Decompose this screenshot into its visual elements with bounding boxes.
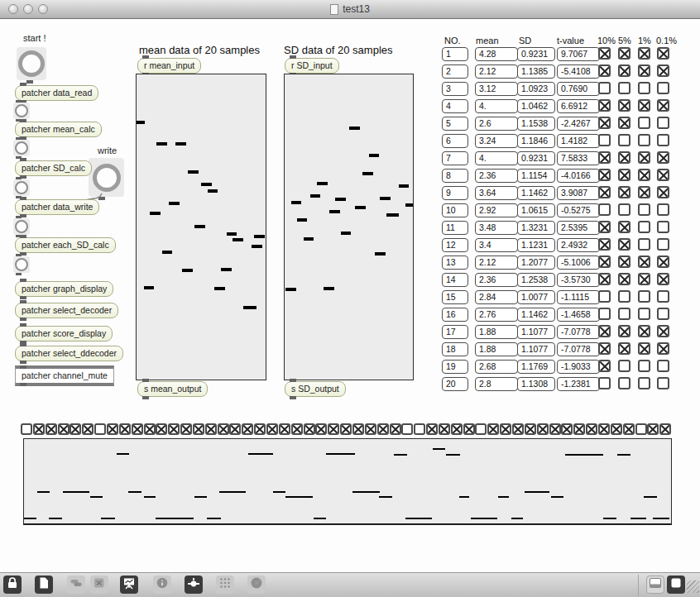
row-sd-box[interactable]: 1.1077 xyxy=(517,325,555,339)
bang-button-2[interactable] xyxy=(13,140,30,156)
significance-checkbox[interactable] xyxy=(598,342,611,355)
significance-checkbox[interactable] xyxy=(598,308,611,320)
window-split-button[interactable] xyxy=(646,576,664,594)
significance-checkbox[interactable] xyxy=(618,117,630,129)
row-sd-box[interactable]: 1.2077 xyxy=(517,256,555,270)
channel-checkbox[interactable] xyxy=(156,423,167,435)
row-sd-box[interactable]: 1.2538 xyxy=(517,273,555,287)
significance-checkbox[interactable] xyxy=(657,99,669,112)
row-no-box[interactable]: 20 xyxy=(442,377,468,391)
significance-checkbox[interactable] xyxy=(618,64,630,77)
significance-checkbox[interactable] xyxy=(598,134,611,146)
significance-checkbox[interactable] xyxy=(638,186,650,198)
row-mean-box[interactable]: 3.48 xyxy=(475,221,518,235)
significance-checkbox[interactable] xyxy=(598,360,611,372)
patcher-box-mean_calc[interactable]: patcher mean_calc xyxy=(15,122,102,137)
row-sd-box[interactable]: 0.9231 xyxy=(517,47,555,61)
channel-checkbox[interactable] xyxy=(512,423,524,435)
row-tvalue-box[interactable]: -4.0166 xyxy=(557,169,600,183)
channel-checkbox[interactable] xyxy=(266,423,278,435)
probe-button[interactable] xyxy=(185,576,203,594)
significance-checkbox[interactable] xyxy=(618,290,630,303)
significance-checkbox[interactable] xyxy=(657,360,669,372)
significance-checkbox[interactable] xyxy=(657,169,669,181)
significance-checkbox[interactable] xyxy=(638,151,650,164)
significance-checkbox[interactable] xyxy=(598,169,611,181)
significance-checkbox[interactable] xyxy=(657,273,669,285)
row-sd-box[interactable]: 1.0923 xyxy=(517,82,555,96)
row-tvalue-box[interactable]: -1.1115 xyxy=(557,290,600,304)
significance-checkbox[interactable] xyxy=(638,221,650,233)
channel-checkbox[interactable] xyxy=(242,423,253,435)
significance-checkbox[interactable] xyxy=(618,360,630,372)
significance-checkbox[interactable] xyxy=(657,342,669,355)
channel-checkbox[interactable] xyxy=(647,423,659,435)
row-tvalue-box[interactable]: 3.9087 xyxy=(557,186,600,200)
channel-checkbox[interactable] xyxy=(352,423,364,435)
channel-checkbox[interactable] xyxy=(46,423,57,435)
significance-checkbox[interactable] xyxy=(657,117,669,129)
significance-checkbox[interactable] xyxy=(618,99,630,112)
row-no-box[interactable]: 19 xyxy=(442,360,468,374)
row-mean-box[interactable]: 3.4 xyxy=(475,238,518,252)
row-tvalue-box[interactable]: 7.5833 xyxy=(557,151,600,165)
significance-checkbox[interactable] xyxy=(598,203,611,216)
bang-button-1[interactable] xyxy=(13,103,30,119)
significance-checkbox[interactable] xyxy=(618,82,630,94)
channel-checkbox[interactable] xyxy=(70,423,81,435)
row-mean-box[interactable]: 1.88 xyxy=(475,342,518,356)
significance-checkbox[interactable] xyxy=(638,64,650,77)
row-no-box[interactable]: 18 xyxy=(442,342,468,356)
row-tvalue-box[interactable]: -2.4267 xyxy=(557,117,600,131)
new-object-button[interactable] xyxy=(35,576,53,594)
significance-checkbox[interactable] xyxy=(638,273,650,285)
channel-checkbox[interactable] xyxy=(586,423,597,435)
row-mean-box[interactable]: 4.28 xyxy=(475,47,518,61)
significance-checkbox[interactable] xyxy=(618,221,630,233)
significance-checkbox[interactable] xyxy=(598,99,611,112)
send-mean-output-box[interactable]: s mean_output xyxy=(137,381,208,397)
row-mean-box[interactable]: 2.12 xyxy=(475,256,518,270)
row-tvalue-box[interactable]: 9.7067 xyxy=(557,47,600,61)
row-mean-box[interactable]: 2.92 xyxy=(475,203,518,217)
delete-button[interactable] xyxy=(90,576,108,594)
channel-checkbox[interactable] xyxy=(390,423,401,435)
channel-checkbox[interactable] xyxy=(205,423,217,435)
row-tvalue-box[interactable]: -7.0778 xyxy=(557,342,600,356)
significance-checkbox[interactable] xyxy=(618,47,630,60)
close-button[interactable] xyxy=(8,4,18,14)
channel-checkbox[interactable] xyxy=(144,423,156,435)
significance-checkbox[interactable] xyxy=(598,273,611,285)
row-no-box[interactable]: 15 xyxy=(442,290,468,304)
channel-checkbox[interactable] xyxy=(401,423,413,435)
significance-checkbox[interactable] xyxy=(598,325,611,337)
row-tvalue-box[interactable]: -5.1006 xyxy=(557,256,600,270)
patcher-box-channel_mute[interactable]: patcher channel_mute xyxy=(15,365,114,386)
row-mean-box[interactable]: 3.64 xyxy=(475,186,518,200)
receive-mean-input-box[interactable]: r mean_input xyxy=(137,58,201,74)
significance-checkbox[interactable] xyxy=(657,221,669,233)
significance-checkbox[interactable] xyxy=(598,82,611,94)
row-sd-box[interactable]: 1.0615 xyxy=(517,203,555,217)
significance-checkbox[interactable] xyxy=(598,64,611,77)
channel-checkbox[interactable] xyxy=(291,423,303,435)
channel-checkbox[interactable] xyxy=(328,423,339,435)
row-mean-box[interactable]: 2.12 xyxy=(475,64,518,79)
channel-checkbox[interactable] xyxy=(193,423,204,435)
significance-checkbox[interactable] xyxy=(638,47,650,60)
channel-checkbox[interactable] xyxy=(439,423,450,435)
row-tvalue-box[interactable]: 2.4932 xyxy=(557,238,600,252)
channel-checkbox[interactable] xyxy=(279,423,290,435)
significance-checkbox[interactable] xyxy=(618,134,630,146)
significance-checkbox[interactable] xyxy=(638,99,650,112)
row-sd-box[interactable]: 1.1462 xyxy=(517,308,555,322)
channel-checkbox[interactable] xyxy=(218,423,229,435)
row-no-box[interactable]: 6 xyxy=(442,134,468,148)
channel-checkbox[interactable] xyxy=(549,423,561,435)
patcher-box-graph_display[interactable]: patcher graph_display xyxy=(15,281,113,297)
row-mean-box[interactable]: 2.8 xyxy=(475,377,518,391)
row-mean-box[interactable]: 2.76 xyxy=(475,308,518,322)
row-no-box[interactable]: 11 xyxy=(442,221,468,235)
gauge-button[interactable] xyxy=(247,576,266,594)
significance-checkbox[interactable] xyxy=(638,117,650,129)
